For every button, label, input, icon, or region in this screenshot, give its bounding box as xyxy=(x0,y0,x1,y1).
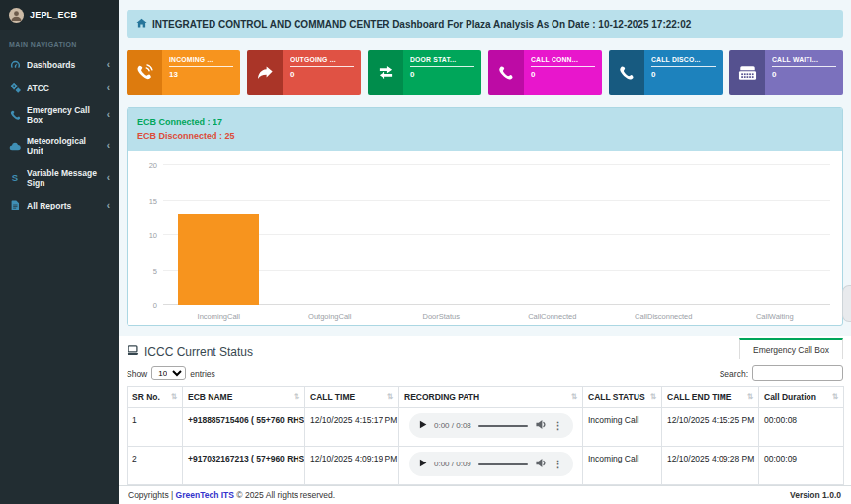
entries-label: entries xyxy=(190,369,215,378)
footer: Copyrights | GreenTech ITS © 2025 All ri… xyxy=(119,485,851,504)
audio-menu-icon[interactable]: ⋮ xyxy=(553,421,563,431)
bar-IncomingCall xyxy=(178,214,259,305)
sidebar-user[interactable]: JEPL_ECB xyxy=(0,0,119,30)
kpi-card-call-disconnected[interactable]: CALL DISCO... 0 xyxy=(609,50,723,95)
copyright-text: Copyrights | GreenTech ITS © 2025 All ri… xyxy=(128,490,335,500)
sidebar-item-label: ATCC xyxy=(27,83,49,93)
sidebar-item-variable-message-sign[interactable]: S Variable Message Sign ‹ xyxy=(0,162,119,194)
sort-icon[interactable]: ⇅ xyxy=(571,392,577,401)
brand-link[interactable]: GreenTech ITS xyxy=(176,490,234,500)
nav-section-label: MAIN NAVIGATION xyxy=(0,30,119,53)
play-icon[interactable] xyxy=(419,459,427,469)
sort-icon[interactable]: ⇅ xyxy=(650,392,656,401)
cell-call-end-time: 12/10/2025 4:15:25 PM xyxy=(662,408,759,447)
volume-icon[interactable] xyxy=(535,458,547,470)
cell-call-time: 12/10/2025 4:15:17 PM xyxy=(305,408,399,447)
file-icon xyxy=(9,200,21,210)
page-size-control: Show 10 entries xyxy=(127,366,215,380)
audio-seekbar[interactable] xyxy=(478,463,528,465)
cell-sr-no: 1 xyxy=(128,408,183,447)
column-label: SR No. xyxy=(132,392,160,402)
sort-icon[interactable]: ⇅ xyxy=(171,392,177,401)
sidebar-item-emergency-call-box[interactable]: Emergency Call Box ‹ xyxy=(0,99,119,130)
tab-emergency-call-box[interactable]: Emergency Call Box xyxy=(739,338,843,359)
incoming-call-icon xyxy=(127,50,162,95)
call-waiting-icon xyxy=(729,50,765,95)
sidebar-item-label: All Reports xyxy=(27,201,71,210)
door-status-icon xyxy=(368,50,403,95)
sidebar-item-meteorological-unit[interactable]: Meteorological Unit ‹ xyxy=(0,130,119,162)
col-header-call-status[interactable]: CALL STATUS⇅ xyxy=(583,387,662,408)
audio-menu-icon[interactable]: ⋮ xyxy=(553,460,563,469)
column-label: CALL END TIME xyxy=(667,392,731,402)
col-header-ecb-name[interactable]: ECB NAME⇅ xyxy=(183,387,305,408)
audio-time: 0:00 / 0:08 xyxy=(434,421,471,430)
volume-icon[interactable] xyxy=(535,419,547,432)
cell-call-status: Incoming Call xyxy=(583,408,662,447)
sort-icon[interactable]: ⇅ xyxy=(294,392,299,401)
column-label: RECORDING PATH xyxy=(404,392,479,402)
floating-edge-tab[interactable] xyxy=(842,285,851,322)
search-input[interactable] xyxy=(752,365,843,381)
x-axis-label: OutgoingCall xyxy=(275,312,386,321)
sidebar-item-label: Dashboards xyxy=(27,60,75,70)
bar-chart-xlabels: IncomingCallOutgoingCallDoorStatusCallCo… xyxy=(163,312,830,321)
x-axis-label: DoorStatus xyxy=(385,312,497,321)
bar-chart-plot: 05101520 xyxy=(163,165,830,305)
chevron-left-icon: ‹ xyxy=(107,141,110,151)
cell-call-time: 12/10/2025 4:09:19 PM xyxy=(305,447,399,485)
kpi-card-call-waiting[interactable]: CALL WAITI... 0 xyxy=(729,50,843,95)
search-label: Search: xyxy=(720,369,748,378)
col-header-recording-path[interactable]: RECORDING PATH⇅ xyxy=(399,387,583,408)
col-header-call-end-time[interactable]: CALL END TIME⇅ xyxy=(662,387,759,408)
iccc-status-section: ICCC Current Status Emergency Call Box S… xyxy=(119,336,851,485)
play-icon[interactable] xyxy=(419,420,427,431)
kpi-label: CALL WAITI... xyxy=(772,56,836,67)
ecb-connected-label: ECB Connected : 17 xyxy=(137,115,832,129)
call-connected-icon xyxy=(488,50,524,95)
ecb-disconnected-label: ECB Disconnected : 25 xyxy=(137,129,832,144)
sidebar-item-all-reports[interactable]: All Reports ‹ xyxy=(0,194,119,216)
kpi-card-outgoing-call[interactable]: OUTGOING ... 0 xyxy=(247,50,361,95)
sidebar-item-atcc[interactable]: ATCC ‹ xyxy=(0,76,119,99)
kpi-card-door-status[interactable]: DOOR STAT... 0 xyxy=(368,50,481,95)
col-header-call-duration[interactable]: Call Duration⇅ xyxy=(759,387,844,408)
audio-player[interactable]: 0:00 / 0:08 ⋮ xyxy=(409,413,573,438)
page-size-select[interactable]: 10 xyxy=(151,366,186,380)
kpi-value: 0 xyxy=(651,67,716,79)
laptop-icon xyxy=(127,345,139,359)
col-header-sr-no[interactable]: SR No.⇅ xyxy=(128,387,183,408)
section-title: ICCC Current Status xyxy=(127,336,253,359)
kpi-label: CALL DISCO... xyxy=(651,56,716,67)
sort-icon[interactable]: ⇅ xyxy=(832,392,838,401)
version-label: Version 1.0.0 xyxy=(790,490,841,500)
audio-player[interactable]: 0:00 / 0:09 ⋮ xyxy=(409,452,573,476)
show-label: Show xyxy=(127,369,147,378)
kpi-card-incoming-call[interactable]: INCOMING ... 13 xyxy=(127,50,240,95)
cell-sr-no: 2 xyxy=(128,447,183,485)
dashboard-icon xyxy=(9,59,21,70)
cell-call-duration: 00:00:09 xyxy=(759,447,844,485)
col-header-call-time[interactable]: CALL TIME⇅ xyxy=(305,387,399,408)
kpi-label: INCOMING ... xyxy=(169,56,233,67)
kpi-value: 0 xyxy=(772,67,836,79)
app-root: JEPL_ECB MAIN NAVIGATION Dashboards ‹ AT… xyxy=(0,0,851,504)
sidebar-item-dashboards[interactable]: Dashboards ‹ xyxy=(0,53,119,76)
column-label: CALL TIME xyxy=(310,392,355,402)
chevron-left-icon: ‹ xyxy=(107,60,110,70)
column-label: Call Duration xyxy=(764,392,816,402)
cell-recording-path: 0:00 / 0:08 ⋮ xyxy=(399,408,583,447)
chevron-left-icon: ‹ xyxy=(107,201,110,210)
gears-icon xyxy=(9,82,21,93)
cloud-icon xyxy=(9,142,21,151)
kpi-card-row: INCOMING ... 13 OUTGOING ... 0 DOOR xyxy=(127,50,843,95)
kpi-card-call-connected[interactable]: CALL CONN... 0 xyxy=(488,50,602,95)
column-label: CALL STATUS xyxy=(588,392,645,402)
sign-icon: S xyxy=(9,173,21,183)
x-axis-label: IncomingCall xyxy=(163,312,275,321)
sort-icon[interactable]: ⇅ xyxy=(387,392,393,401)
chevron-left-icon: ‹ xyxy=(107,110,110,120)
audio-seekbar[interactable] xyxy=(478,425,528,427)
sort-icon[interactable]: ⇅ xyxy=(747,392,753,401)
cell-ecb-name: +918885715406 ( 55+760 RHS) xyxy=(183,408,305,447)
